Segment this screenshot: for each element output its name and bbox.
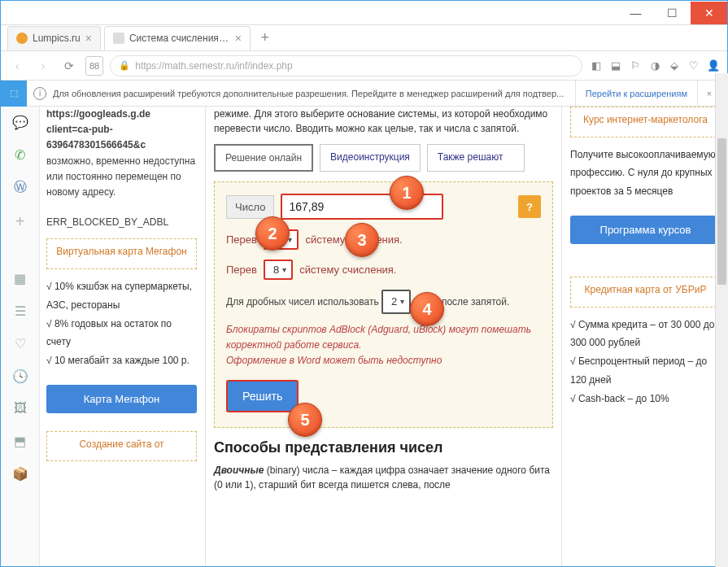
tab-strip: Lumpics.ru × Система счисления онлай × + <box>1 25 727 51</box>
tab-close-icon[interactable]: × <box>85 32 92 45</box>
window-minimize-button[interactable]: — <box>617 2 654 24</box>
annotation-marker-5: 5 <box>288 403 322 437</box>
browser-tab-active[interactable]: Система счисления онлай × <box>104 26 251 50</box>
binary-description: (binary) числа – каждая цифра означает з… <box>214 465 550 491</box>
browser-sidebar: 💬 ✆ Ⓦ + ▦ ☰ ♡ 🕓 🖼 ⬒ 📦 <box>1 107 40 566</box>
notification-bar: ⬚ i Для обновления расширений требуются … <box>1 81 727 107</box>
browser-tab-lumpics[interactable]: Lumpics.ru × <box>7 26 101 50</box>
decimal-places-row: Для дробных чисел использовать 2 знака п… <box>226 290 541 314</box>
address-bar: ‹ › ⟳ 88 🔒 https://math.semestr.ru/inf/i… <box>1 51 727 81</box>
extension-icon[interactable]: ◧ <box>589 59 604 73</box>
url-text: https://math.semestr.ru/inf/index.php <box>135 60 292 72</box>
messenger-icon[interactable]: 💬 <box>11 113 29 131</box>
reload-button[interactable]: ⟳ <box>59 56 79 76</box>
sidebar-icon[interactable]: ⬒ <box>11 432 29 450</box>
sidebar-icon[interactable]: 🕓 <box>11 367 29 385</box>
widget-title: Создание сайта от <box>54 438 190 451</box>
widget-title: Виртуальная карта Мегафон <box>54 246 190 259</box>
credit-card-benefits: √ Сумма кредита – от 30 000 до 300 000 р… <box>570 316 721 408</box>
site-creation-widget: Создание сайта от <box>46 431 197 462</box>
course-widget: Курс интернет-маркетолога <box>570 107 721 137</box>
notification-badge-icon: ⬚ <box>1 81 27 107</box>
main-column: режиме. Для этого выберите основание сис… <box>205 107 562 566</box>
course-program-button[interactable]: Программа курсов <box>570 216 721 244</box>
widget-title: Кредитная карта от УБРиР <box>578 284 713 297</box>
annotation-marker-3: 3 <box>345 223 379 257</box>
from-base-text-pre: Перев <box>226 233 257 246</box>
sidebar-icon[interactable]: ♡ <box>11 334 29 352</box>
whatsapp-icon[interactable]: ✆ <box>11 146 29 164</box>
error-url: https://googleads.g.de client=ca-pub-639… <box>46 108 150 150</box>
tab-title: Lumpics.ru <box>33 33 81 44</box>
favicon-icon <box>16 33 28 44</box>
window-close-button[interactable]: ✕ <box>691 2 727 24</box>
annotation-marker-2: 2 <box>255 216 290 251</box>
tab-close-icon[interactable]: × <box>235 32 242 45</box>
to-base-text-post: сйстему счисления. <box>299 264 396 276</box>
new-tab-button[interactable]: + <box>254 27 277 50</box>
error-code: ERR_BLOCKED_BY_ADBL <box>46 216 168 228</box>
toolbar-right: ◧ ⬓ ⚐ ◑ ⬙ ♡ 👤 <box>589 59 721 73</box>
url-field[interactable]: 🔒 https://math.semestr.ru/inf/index.php <box>110 55 582 76</box>
to-base-select[interactable]: 8 <box>264 260 293 280</box>
help-button[interactable]: ? <box>518 195 541 218</box>
tab-title: Система счисления онлай <box>129 33 230 44</box>
page-content: https://googleads.g.de client=ca-pub-639… <box>40 107 727 566</box>
annotation-marker-4: 4 <box>410 292 444 326</box>
vk-icon[interactable]: Ⓦ <box>11 178 29 196</box>
decimal-places-select[interactable]: 2 <box>381 290 411 314</box>
error-text: возможно, временно недоступна или постоя… <box>46 155 195 198</box>
vertical-scrollbar[interactable] <box>715 73 728 567</box>
extension-icon[interactable]: ⬓ <box>608 59 623 73</box>
decimal-text-pre: Для дробных чисел использовать <box>226 296 379 307</box>
megafon-card-button[interactable]: Карта Мегафон <box>46 385 197 413</box>
window-titlebar: — ☐ ✕ <box>1 1 727 25</box>
sidebar-add-button[interactable]: + <box>11 212 29 230</box>
credit-card-widget: Кредитная карта от УБРиР <box>570 277 721 307</box>
sidebar-icon[interactable]: ☰ <box>11 302 29 320</box>
lock-icon: 🔒 <box>119 60 130 71</box>
annotation-marker-1: 1 <box>390 176 424 210</box>
profile-icon[interactable]: 👤 <box>706 59 721 73</box>
notification-text: Для обновления расширений требуются допо… <box>53 89 575 98</box>
forward-button[interactable]: › <box>33 56 53 76</box>
favicon-icon <box>113 33 124 44</box>
adblock-warning: Блокираты скриптов AdBlock (Adguard, uBl… <box>226 322 541 369</box>
left-column: https://googleads.g.de client=ca-pub-639… <box>46 107 197 566</box>
number-label: Число <box>226 195 274 219</box>
sidebar-icon[interactable]: ▦ <box>11 269 29 287</box>
ad-error-block: https://googleads.g.de client=ca-pub-639… <box>46 107 197 230</box>
tab-solution-online[interactable]: Решение онлайн <box>214 144 313 172</box>
megafon-widget: Виртуальная карта Мегафон <box>46 238 197 269</box>
megafon-benefits-list: √ 10% кэшбэк на супермаркеты, АЗС, ресто… <box>46 277 197 370</box>
tab-also-solve[interactable]: Также решают <box>427 144 525 172</box>
widget-title: Курс интернет-маркетолога <box>578 114 713 127</box>
section-heading: Способы представления чисел <box>214 439 553 456</box>
content-tabs: Решение онлайн Видеоинструкция Также реш… <box>214 144 553 172</box>
extension-icon[interactable]: ⬙ <box>667 59 682 73</box>
solve-button[interactable]: Решить <box>226 380 299 412</box>
back-button[interactable]: ‹ <box>7 56 27 76</box>
right-column: Курс интернет-маркетолога Получите высок… <box>570 107 721 566</box>
info-icon: i <box>33 87 46 100</box>
intro-text: режиме. Для этого выберите основание сис… <box>214 107 553 136</box>
sidebar-icon[interactable]: 📦 <box>11 465 29 482</box>
course-description: Получите высокооплачиваемую профессию. С… <box>570 146 721 201</box>
bookmark-icon[interactable]: ♡ <box>687 59 701 73</box>
to-base-text-pre: Перев <box>226 264 257 276</box>
sidebar-icon[interactable]: 🖼 <box>11 399 29 417</box>
speed-dial-button[interactable]: 88 <box>85 56 103 76</box>
notification-link[interactable]: Перейти к расширениям <box>575 81 698 107</box>
converter-form: Число 167,89 ? Перев 10 сйстему счислени… <box>214 181 553 428</box>
scrollbar-thumb[interactable] <box>717 138 726 285</box>
body-paragraph: Двоичные (binary) числа – каждая цифра о… <box>214 463 553 492</box>
window-maximize-button[interactable]: ☐ <box>654 2 691 24</box>
extension-icon[interactable]: ⚐ <box>628 59 643 73</box>
tab-video-instruction[interactable]: Видеоинструкция <box>320 144 421 172</box>
extension-icon[interactable]: ◑ <box>647 59 662 73</box>
